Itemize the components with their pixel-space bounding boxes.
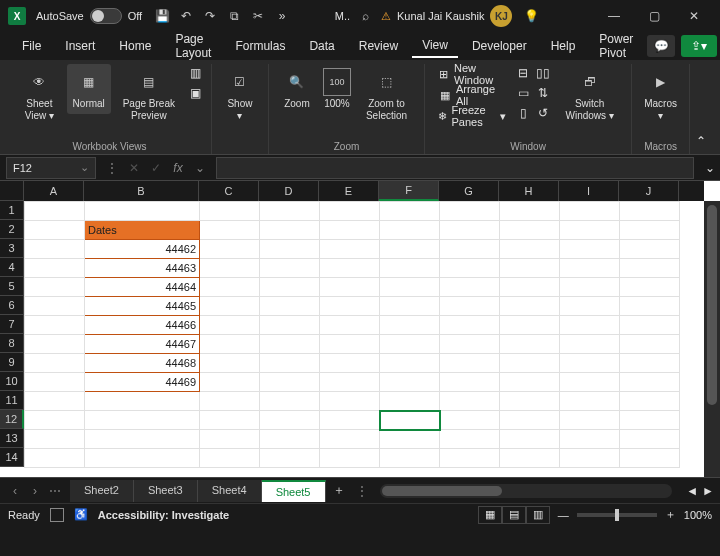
reset-pos-icon[interactable]: ↺ — [534, 104, 552, 122]
cell-A8[interactable] — [25, 335, 85, 354]
row-header-3[interactable]: 3 — [0, 239, 24, 258]
cell-F11[interactable] — [380, 392, 440, 411]
tab-view[interactable]: View — [412, 34, 458, 58]
cell-A4[interactable] — [25, 259, 85, 278]
row-header-4[interactable]: 4 — [0, 258, 24, 277]
cell-G5[interactable] — [440, 278, 500, 297]
toggle-track[interactable] — [90, 8, 122, 24]
row-header-10[interactable]: 10 — [0, 372, 24, 391]
cell-B13[interactable] — [85, 430, 200, 449]
cell-D6[interactable] — [260, 297, 320, 316]
cell-H11[interactable] — [500, 392, 560, 411]
cell-F12[interactable] — [380, 411, 440, 430]
cell-G12[interactable] — [440, 411, 500, 430]
autosave-toggle[interactable]: AutoSave Off — [36, 8, 142, 24]
cell-A7[interactable] — [25, 316, 85, 335]
enter-formula-icon[interactable]: ✓ — [146, 158, 166, 178]
cell-D9[interactable] — [260, 354, 320, 373]
record-macro-icon[interactable] — [50, 508, 64, 522]
cell-E14[interactable] — [320, 449, 380, 468]
cell-C14[interactable] — [200, 449, 260, 468]
cell-B4[interactable]: 44463 — [85, 259, 200, 278]
formula-dropdown-icon[interactable]: ⌄ — [190, 158, 210, 178]
cell-F9[interactable] — [380, 354, 440, 373]
maximize-button[interactable]: ▢ — [636, 2, 672, 30]
search-icon[interactable]: ⌕ — [362, 9, 369, 23]
minimize-button[interactable]: ― — [596, 2, 632, 30]
cell-C4[interactable] — [200, 259, 260, 278]
tab-home[interactable]: Home — [109, 35, 161, 57]
cell-I7[interactable] — [560, 316, 620, 335]
cell-J12[interactable] — [620, 411, 680, 430]
cell-F2[interactable] — [380, 221, 440, 240]
cell-G9[interactable] — [440, 354, 500, 373]
cell-J5[interactable] — [620, 278, 680, 297]
cell-I6[interactable] — [560, 297, 620, 316]
cell-E9[interactable] — [320, 354, 380, 373]
cell-G1[interactable] — [440, 202, 500, 221]
cell-C2[interactable] — [200, 221, 260, 240]
cell-D2[interactable] — [260, 221, 320, 240]
sheet-next-icon[interactable]: › — [26, 482, 44, 500]
sync-scroll-icon[interactable]: ⇅ — [534, 84, 552, 102]
zoom-out-button[interactable]: ― — [558, 509, 569, 521]
cell-E5[interactable] — [320, 278, 380, 297]
cell-F14[interactable] — [380, 449, 440, 468]
macros-button[interactable]: ▶ Macros▾ — [638, 64, 683, 126]
cell-H8[interactable] — [500, 335, 560, 354]
cell-D7[interactable] — [260, 316, 320, 335]
view-side-icon[interactable]: ▯▯ — [534, 64, 552, 82]
column-header-F[interactable]: F — [379, 181, 439, 201]
collapse-ribbon-icon[interactable]: ⌃ — [690, 128, 712, 154]
row-header-14[interactable]: 14 — [0, 448, 24, 467]
cell-J7[interactable] — [620, 316, 680, 335]
cell-I4[interactable] — [560, 259, 620, 278]
row-header-7[interactable]: 7 — [0, 315, 24, 334]
tab-power-pivot[interactable]: Power Pivot — [589, 28, 643, 64]
horizontal-scrollbar[interactable] — [380, 484, 673, 498]
cell-J8[interactable] — [620, 335, 680, 354]
cell-A9[interactable] — [25, 354, 85, 373]
cell-G6[interactable] — [440, 297, 500, 316]
cell-A14[interactable] — [25, 449, 85, 468]
cell-H5[interactable] — [500, 278, 560, 297]
cell-E2[interactable] — [320, 221, 380, 240]
cell-F13[interactable] — [380, 430, 440, 449]
cell-H12[interactable] — [500, 411, 560, 430]
cell-F4[interactable] — [380, 259, 440, 278]
cell-C8[interactable] — [200, 335, 260, 354]
cell-B8[interactable]: 44467 — [85, 335, 200, 354]
tab-help[interactable]: Help — [541, 35, 586, 57]
cancel-formula-icon[interactable]: ✕ — [124, 158, 144, 178]
row-header-1[interactable]: 1 — [0, 201, 24, 220]
sheet-more-icon[interactable]: ⋯ — [46, 482, 64, 500]
column-header-I[interactable]: I — [559, 181, 619, 201]
cell-D3[interactable] — [260, 240, 320, 259]
cell-G13[interactable] — [440, 430, 500, 449]
cell-D4[interactable] — [260, 259, 320, 278]
accessibility-status[interactable]: Accessibility: Investigate — [98, 509, 229, 521]
cell-A5[interactable] — [25, 278, 85, 297]
page-layout-view-icon[interactable]: ▤ — [502, 506, 526, 524]
undo-icon[interactable]: ↶ — [178, 8, 194, 24]
cell-B5[interactable]: 44464 — [85, 278, 200, 297]
cell-B11[interactable] — [85, 392, 200, 411]
page-break-view-icon[interactable]: ▥ — [526, 506, 550, 524]
normal-view-button[interactable]: ▦ Normal — [67, 64, 111, 114]
tab-formulas[interactable]: Formulas — [225, 35, 295, 57]
cells-area[interactable]: Dates44462444634446444465444664446744468… — [24, 201, 704, 477]
tab-developer[interactable]: Developer — [462, 35, 537, 57]
cell-C10[interactable] — [200, 373, 260, 392]
cell-C13[interactable] — [200, 430, 260, 449]
column-header-G[interactable]: G — [439, 181, 499, 201]
row-header-8[interactable]: 8 — [0, 334, 24, 353]
zoom-button[interactable]: 🔍 Zoom — [275, 64, 319, 114]
column-header-C[interactable]: C — [199, 181, 259, 201]
cell-F1[interactable] — [380, 202, 440, 221]
zoom-selection-button[interactable]: ⬚ Zoom to Selection — [355, 64, 418, 126]
cell-H4[interactable] — [500, 259, 560, 278]
column-header-B[interactable]: B — [84, 181, 199, 201]
cell-C12[interactable] — [200, 411, 260, 430]
cell-A11[interactable] — [25, 392, 85, 411]
cell-J9[interactable] — [620, 354, 680, 373]
